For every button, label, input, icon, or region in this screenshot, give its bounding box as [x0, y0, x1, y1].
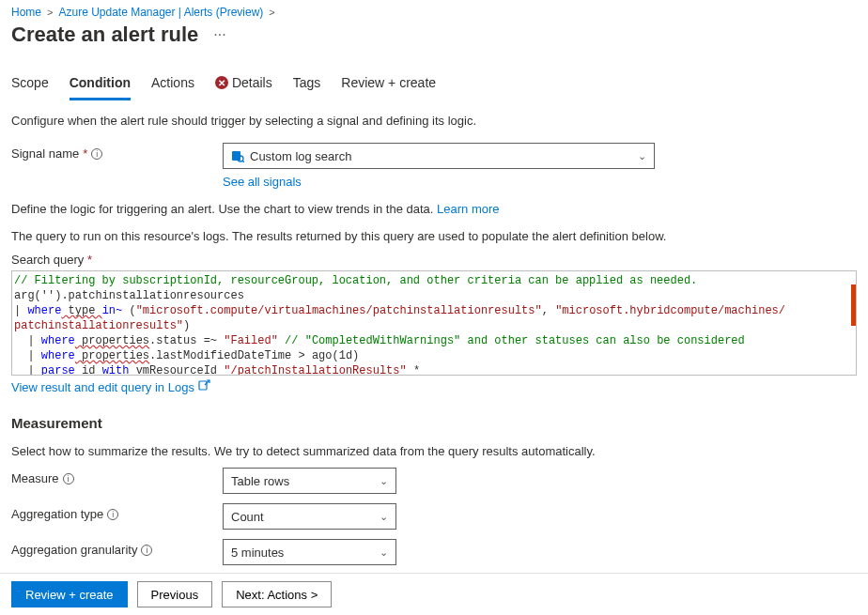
tabs: Scope Condition Actions ✕ Details Tags R… — [11, 69, 857, 100]
logic-description: Define the logic for triggering an alert… — [11, 202, 433, 216]
learn-more-link[interactable]: Learn more — [437, 202, 499, 216]
breadcrumb-parent[interactable]: Azure Update Manager | Alerts (Preview) — [58, 6, 263, 19]
info-icon[interactable]: i — [91, 148, 102, 160]
tab-details[interactable]: ✕ Details — [215, 69, 272, 100]
chevron-down-icon: ⌄ — [638, 150, 646, 162]
aggregation-granularity-value: 5 minutes — [231, 546, 284, 560]
aggregation-type-label: Aggregation type — [11, 507, 103, 521]
signal-name-value: Custom log search — [250, 149, 351, 163]
aggregation-granularity-select[interactable]: 5 minutes ⌄ — [223, 539, 396, 565]
see-all-signals-link[interactable]: See all signals — [223, 175, 302, 189]
query-error-marker — [851, 284, 856, 326]
required-indicator: * — [83, 146, 87, 161]
aggregation-type-value: Count — [231, 510, 264, 524]
info-icon[interactable]: i — [141, 545, 152, 556]
footer-action-bar: Review + create Previous Next: Actions > — [0, 573, 868, 615]
measurement-heading: Measurement — [11, 415, 857, 431]
chevron-down-icon: ⌄ — [380, 475, 388, 487]
svg-line-2 — [242, 161, 244, 162]
tab-condition[interactable]: Condition — [70, 69, 131, 100]
page-title: Create an alert rule — [11, 23, 198, 47]
chevron-right-icon: > — [47, 7, 53, 18]
review-create-button[interactable]: Review + create — [11, 581, 128, 607]
next-button[interactable]: Next: Actions > — [222, 581, 332, 607]
condition-description: Configure when the alert rule should tri… — [11, 114, 857, 128]
info-icon[interactable]: i — [107, 509, 118, 520]
breadcrumb: Home > Azure Update Manager | Alerts (Pr… — [11, 0, 857, 19]
chevron-right-icon: > — [269, 7, 274, 18]
aggregation-type-select[interactable]: Count ⌄ — [223, 503, 396, 530]
tab-tags[interactable]: Tags — [293, 69, 321, 100]
external-link-icon — [198, 379, 210, 394]
search-query-label: Search query — [11, 253, 84, 267]
search-query-editor[interactable]: // Filtering by subscriptionId, resource… — [11, 270, 857, 376]
required-indicator: * — [87, 253, 92, 267]
measure-value: Table rows — [231, 474, 289, 488]
info-icon[interactable]: i — [63, 473, 74, 484]
measure-label: Measure — [11, 471, 59, 485]
tab-review[interactable]: Review + create — [341, 69, 436, 100]
query-description: The query to run on this resource's logs… — [11, 229, 857, 243]
measure-select[interactable]: Table rows ⌄ — [223, 468, 396, 494]
aggregation-granularity-label: Aggregation granularity — [11, 543, 137, 557]
error-icon: ✕ — [215, 76, 228, 89]
breadcrumb-home[interactable]: Home — [11, 6, 41, 19]
svg-rect-3 — [199, 381, 207, 390]
tab-details-label: Details — [232, 75, 272, 90]
view-result-logs-link[interactable]: View result and edit query in Logs — [11, 380, 194, 394]
signal-name-label: Signal name — [11, 146, 79, 161]
log-search-icon — [231, 149, 244, 162]
chevron-down-icon: ⌄ — [380, 511, 388, 523]
more-actions-button[interactable]: ··· — [208, 27, 231, 43]
tab-scope[interactable]: Scope — [11, 69, 49, 100]
chevron-down-icon: ⌄ — [380, 546, 388, 559]
tab-actions[interactable]: Actions — [151, 69, 194, 100]
measurement-description: Select how to summarize the results. We … — [11, 444, 857, 458]
previous-button[interactable]: Previous — [137, 581, 213, 607]
signal-name-select[interactable]: Custom log search ⌄ — [223, 143, 655, 169]
